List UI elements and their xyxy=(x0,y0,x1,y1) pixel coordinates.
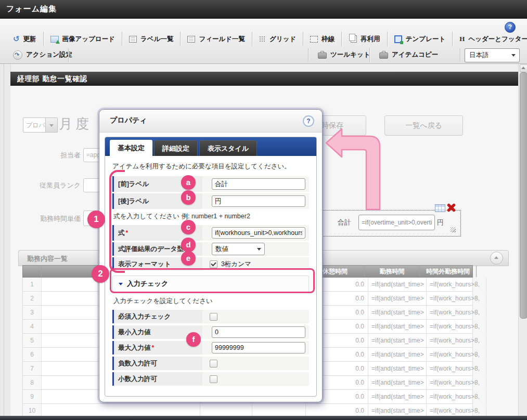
col-header-overtime: 時間外勤務時間 xyxy=(420,266,477,277)
dialog-help-icon[interactable]: ? xyxy=(303,115,314,127)
manager-label: 担当者 xyxy=(31,151,81,160)
language-select[interactable]: 日本語 xyxy=(465,48,520,62)
property-row-after-label: [後]ラベル xyxy=(112,193,309,209)
toolbar-button-label: 再利用 xyxy=(361,35,380,44)
decimal-allow-checkbox[interactable] xyxy=(210,375,217,383)
work-time-cell: =if(and(start_time> xyxy=(368,362,427,375)
chevron-down-icon xyxy=(257,248,261,251)
work-time-cell: =if(and(start_time> xyxy=(368,390,427,403)
row-number-cell: 5 xyxy=(23,334,42,347)
work-time-cell: =if(and(start_time> xyxy=(368,376,427,389)
datatype-select-value: 数値 xyxy=(215,245,228,254)
comma-format-checkbox[interactable] xyxy=(210,260,217,268)
toolbar-button-image-upload[interactable]: 画像アップロード xyxy=(45,31,121,47)
before-label-input[interactable] xyxy=(212,178,305,190)
field-list-icon xyxy=(187,36,195,43)
collapse-up-button[interactable] xyxy=(490,252,503,265)
item-copy-button[interactable]: アイテムコピー xyxy=(374,48,444,62)
min-value-input[interactable] xyxy=(212,326,305,338)
row-number-cell: 1 xyxy=(23,278,42,291)
toolbar-button-refresh[interactable]: 更新 xyxy=(7,31,42,47)
col-header-work: 勤務時間 xyxy=(365,266,420,277)
property-row-required-check: 必須入力チェック xyxy=(112,310,309,323)
vertical-scrollbar[interactable] xyxy=(518,64,527,416)
property-row-decimal-allow: 小数入力許可 xyxy=(112,372,309,386)
required-mark: * xyxy=(126,229,128,237)
left-margin xyxy=(0,64,11,416)
work-time-cell: =if(and(start_time> xyxy=(368,334,427,347)
overtime-cell: =if(work_hours>8, xyxy=(427,278,486,291)
toolbar-separator xyxy=(180,32,181,46)
item-select-combo[interactable]: プロパ xyxy=(23,117,46,133)
dialog-header: プロパティ ? xyxy=(99,110,322,133)
property-row-datatype: 式評価結果のデータ型 数値 xyxy=(112,242,309,256)
app-window: フォーム編集 ? 更新画像アップロードラベル一覧フィールド一覧グリッド枠線再利用… xyxy=(0,0,527,420)
toolkit-icon xyxy=(318,52,327,59)
toolbar-button-template[interactable]: テンプレート xyxy=(389,31,451,47)
toolbar-separator xyxy=(341,32,342,46)
annotation-arrow xyxy=(320,125,388,213)
scroll-up-button[interactable] xyxy=(520,64,527,72)
toolbar-separator xyxy=(308,48,309,62)
max-value-input[interactable] xyxy=(212,342,305,353)
toolbar-button-header-footer[interactable]: ヘッダーとフッター xyxy=(454,31,527,47)
worklist-title: 勤務内容一覧 xyxy=(27,254,68,264)
comma-format-checkbox-label: 3桁カンマ xyxy=(221,260,251,269)
toolbar-button-label: 更新 xyxy=(23,35,36,44)
action-settings-icon xyxy=(13,50,22,60)
toolbar-separator xyxy=(460,48,460,62)
triangle-up-icon xyxy=(494,256,498,259)
toolbar-button-label: 画像アップロード xyxy=(62,35,115,44)
item-select-dropdown-button[interactable] xyxy=(45,117,58,133)
after-label-input[interactable] xyxy=(212,195,305,207)
toolbar: ? 更新画像アップロードラベル一覧フィールド一覧グリッド枠線再利用テンプレートヘ… xyxy=(0,19,527,64)
property-row-formula: 式* xyxy=(112,225,309,241)
tab-detail-settings[interactable]: 詳細設定 xyxy=(154,140,198,156)
toolkit-button[interactable]: ツールキット xyxy=(312,48,376,62)
required-check-checkbox[interactable] xyxy=(210,313,217,321)
toolbar-button-grid[interactable]: グリッド xyxy=(253,31,302,47)
sum-item-formula-field[interactable]: =if(overtime_unit>0,overti xyxy=(358,215,435,230)
datatype-select[interactable]: 数値 xyxy=(212,243,265,255)
form-page-header: 経理部 勤怠一覧確認 xyxy=(10,72,519,86)
resize-handle-icon[interactable] xyxy=(451,227,456,232)
negative-allow-checkbox[interactable] xyxy=(210,360,217,368)
toolbar-separator xyxy=(122,32,122,46)
work-time-cell: =if(and(start_time> xyxy=(368,278,427,291)
dialog-description: アイテムを利用するために必要な項目を設定してください。 xyxy=(112,162,309,171)
toolbar-button-label: ラベル一覧 xyxy=(140,35,173,44)
row-number-cell: 3 xyxy=(23,306,42,319)
required-mark: * xyxy=(152,344,155,351)
header-footer-icon xyxy=(459,35,465,43)
formula-input[interactable] xyxy=(212,227,305,239)
border-icon xyxy=(310,36,318,43)
toolbar-separator xyxy=(68,48,69,62)
tab-display-style[interactable]: 表示スタイル xyxy=(199,140,257,156)
tab-basic-settings[interactable]: 基本設定 xyxy=(110,140,152,156)
property-row-min-value: 最小入力値 xyxy=(112,325,309,339)
row-number-cell: 7 xyxy=(23,362,42,375)
row-number-cell: 2 xyxy=(23,292,42,305)
toolbar-button-field-list[interactable]: フィールド一覧 xyxy=(182,31,251,47)
toolbar-button-border[interactable]: 枠線 xyxy=(304,31,340,47)
window-titlebar: フォーム編集 xyxy=(0,0,527,19)
scrollbar-thumb[interactable] xyxy=(520,72,527,319)
toolbar-button-reuse[interactable]: 再利用 xyxy=(343,31,386,47)
toolbar-button-label-list[interactable]: ラベル一覧 xyxy=(123,31,179,47)
toolbar-button-label: テンプレート xyxy=(406,35,445,44)
work-time-cell: =if(and(start_time> xyxy=(368,306,427,319)
row-number-cell: 4 xyxy=(23,320,42,333)
refresh-icon xyxy=(13,35,20,43)
annotation-badge-b: b xyxy=(181,190,196,205)
property-row-negative-allow: 負数入力許可 xyxy=(112,357,309,370)
work-time-cell: =if(and(start_time> xyxy=(368,320,427,333)
delete-item-icon[interactable] xyxy=(446,203,456,212)
overtime-cell: =if(work_hours>8, xyxy=(427,320,486,333)
table-settings-icon[interactable] xyxy=(435,204,445,212)
employee-rank-label: 従業員ランク xyxy=(21,181,81,190)
sum-item-selected[interactable]: 合計 =if(overtime_unit>0,overti 円 xyxy=(318,210,461,237)
grid-icon xyxy=(259,36,266,43)
action-settings-button[interactable]: アクション設定 xyxy=(7,48,78,62)
back-to-list-button[interactable]: 一覧へ戻る xyxy=(384,115,463,136)
chevron-down-icon xyxy=(49,124,54,127)
